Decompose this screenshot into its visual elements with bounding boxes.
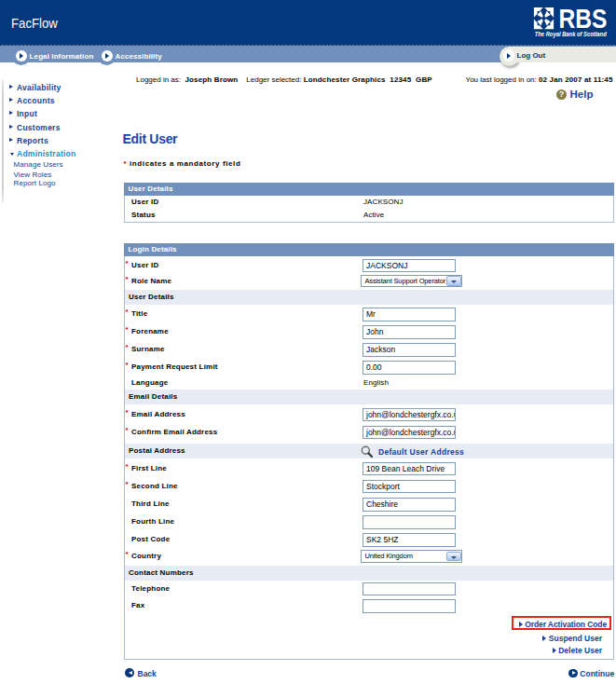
svg-text:RBS: RBS [559,5,608,34]
svg-text:The Royal Bank of Scotland: The Royal Bank of Scotland [535,30,608,38]
